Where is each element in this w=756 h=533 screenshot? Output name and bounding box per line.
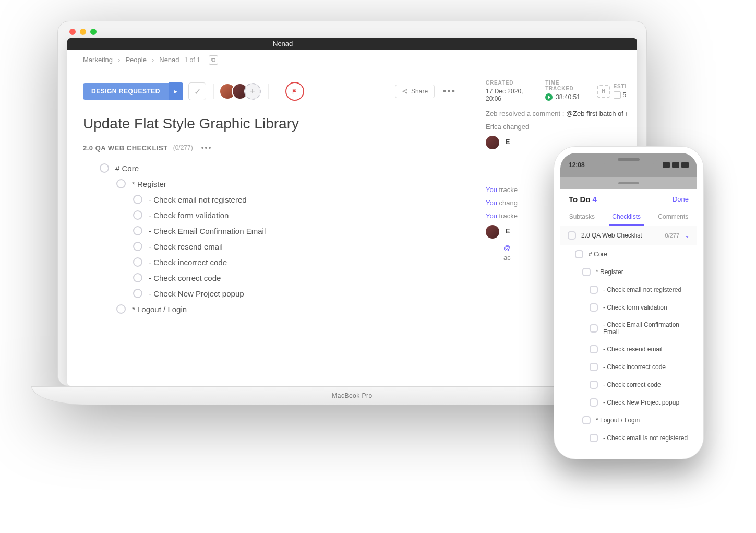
checklist-item-label: - Check resend email <box>149 242 223 251</box>
sheet-grab-bar[interactable] <box>560 177 697 189</box>
checkbox[interactable] <box>575 250 583 258</box>
checklist-item[interactable]: - Check resend email <box>83 239 459 254</box>
phone-checklist-item-label: - Check form validation <box>603 304 667 311</box>
phone-checklist-item[interactable]: - Check form validation <box>560 299 697 316</box>
window-controls <box>69 29 97 35</box>
phone-checklist-item[interactable]: - Check New Project popup <box>560 394 697 411</box>
checklist-item[interactable]: * Logout / Login <box>83 301 459 317</box>
checkbox[interactable] <box>590 381 598 389</box>
phone-checklist-item-label: - Check Email Confirmation Email <box>603 321 690 336</box>
checklist-item[interactable]: - Check form validation <box>83 207 459 223</box>
checkbox[interactable] <box>133 195 142 204</box>
meta-label: CREATED <box>486 80 530 86</box>
battery-icon <box>681 162 689 168</box>
share-label: Share <box>411 88 428 95</box>
status-button[interactable]: DESIGN REQUESTED <box>83 83 169 100</box>
task-title[interactable]: Update Flat Style Graphic Library <box>83 115 459 132</box>
more-menu-button[interactable]: ••• <box>440 86 459 97</box>
phone-frame: 12:08 To Do 4 Done Subtasks Checklists C… <box>554 146 704 459</box>
window-tab-label: Nenad <box>273 40 293 48</box>
checkbox[interactable] <box>590 398 598 407</box>
phone-checklist-item[interactable]: - Check correct code <box>560 376 697 394</box>
checkbox[interactable] <box>133 273 142 282</box>
checkbox[interactable] <box>582 268 591 276</box>
popout-icon[interactable]: ⧉ <box>209 55 218 65</box>
maximize-icon[interactable] <box>90 29 97 35</box>
phone-checklist-header[interactable]: 2.0 QA Web Checklist 0/277 ⌄ <box>560 226 697 245</box>
checklist-tree: # Core* Register- Check email not regist… <box>83 160 459 317</box>
chevron-right-icon: › <box>152 56 154 64</box>
estimate-badge[interactable]: H <box>597 85 610 98</box>
tab-subtasks[interactable]: Subtasks <box>566 209 598 226</box>
chevron-down-icon[interactable]: ⌄ <box>685 232 690 239</box>
phone-checklist-item[interactable]: # Core <box>560 245 697 263</box>
checklist-item[interactable]: - Check email not registered <box>83 192 459 207</box>
checkbox[interactable] <box>590 363 598 371</box>
assignees: + <box>223 83 261 100</box>
phone-checklist-item[interactable]: * Logout / Login <box>560 411 697 429</box>
checkbox[interactable] <box>590 286 598 294</box>
breadcrumb-item[interactable]: Nenad <box>159 56 179 64</box>
checkbox[interactable] <box>100 163 109 173</box>
phone-screen: 12:08 To Do 4 Done Subtasks Checklists C… <box>560 153 697 453</box>
wifi-icon <box>672 162 679 168</box>
checkbox[interactable] <box>133 226 142 235</box>
plus-icon: + <box>250 87 255 96</box>
checkbox[interactable] <box>133 257 142 267</box>
checkbox[interactable] <box>116 179 126 188</box>
checklist-name: 2.0 QA WEB CHECKLIST <box>83 144 168 152</box>
checklist-menu-button[interactable]: ••• <box>198 144 215 152</box>
close-icon[interactable] <box>69 29 76 35</box>
phone-checklist-item[interactable]: - Check email is not registered <box>560 429 697 447</box>
checklist-item[interactable]: * Register <box>83 176 459 192</box>
checklist-item[interactable]: - Check incorrect code <box>83 254 459 270</box>
checkbox[interactable] <box>133 210 142 220</box>
checkbox[interactable] <box>133 289 142 298</box>
checkbox[interactable] <box>568 231 576 240</box>
time-tracked-value[interactable]: 38:40:51 <box>545 93 581 101</box>
checkbox[interactable] <box>116 304 126 314</box>
meta-label: TIME TRACKED <box>545 80 581 91</box>
estimate-value[interactable]: 5 <box>614 91 627 99</box>
checkbox[interactable] <box>590 434 598 442</box>
phone-checklist-name: 2.0 QA Web Checklist <box>581 232 659 239</box>
phone-checklist-item[interactable]: - Check email not registered <box>560 281 697 299</box>
checklist-item-label: * Register <box>132 180 166 188</box>
phone-checklist-item-label: - Check New Project popup <box>603 399 679 406</box>
checklist-item[interactable]: # Core <box>83 160 459 176</box>
checklist-item-label: - Check form validation <box>149 211 229 220</box>
checkbox[interactable] <box>133 242 142 251</box>
phone-checklist-item[interactable]: - Check incorrect code <box>560 358 697 376</box>
checklist-header: 2.0 QA WEB CHECKLIST (0/277) ••• <box>83 144 459 152</box>
phone-checklist-item[interactable]: - Check resend email <box>560 340 697 358</box>
status-next-button[interactable]: ▸ <box>169 82 183 100</box>
checklist-item[interactable]: - Check New Project popup <box>83 286 459 301</box>
phone-checklist-item[interactable]: * Register <box>560 263 697 281</box>
checklist-item[interactable]: - Check correct code <box>83 270 459 286</box>
breadcrumb-item[interactable]: Marketing <box>83 56 113 64</box>
checkbox[interactable] <box>590 324 598 333</box>
done-button[interactable]: Done <box>673 195 689 203</box>
checkbox[interactable] <box>590 303 598 312</box>
checklist-item[interactable]: - Check Email Confirmation Email <box>83 223 459 239</box>
flag-icon <box>291 88 298 95</box>
phone-checklist-item-label: * Logout / Login <box>596 417 640 424</box>
checkbox[interactable] <box>582 416 591 424</box>
phone-checklist-item[interactable]: - Check Email Confirmation Email <box>560 316 697 340</box>
share-button[interactable]: Share <box>395 85 435 98</box>
tab-checklists[interactable]: Checklists <box>609 209 644 226</box>
checkbox[interactable] <box>590 345 598 353</box>
play-icon[interactable] <box>545 93 553 101</box>
svg-point-0 <box>403 91 404 92</box>
complete-button[interactable]: ✓ <box>188 82 206 100</box>
tab-comments[interactable]: Comments <box>655 209 691 226</box>
signal-icon <box>663 162 670 168</box>
add-assignee-button[interactable]: + <box>244 83 261 100</box>
phone-checklist-item-label: # Core <box>589 251 607 258</box>
breadcrumb: Marketing › People › Nenad 1 of 1 ⧉ <box>67 50 637 70</box>
breadcrumb-item[interactable]: People <box>125 56 146 64</box>
laptop-brand: MacBook Pro <box>332 392 373 399</box>
meta-value: 17 Dec 2020, 20:06 <box>486 88 530 102</box>
minimize-icon[interactable] <box>80 29 86 35</box>
priority-flag-button[interactable] <box>285 82 304 101</box>
